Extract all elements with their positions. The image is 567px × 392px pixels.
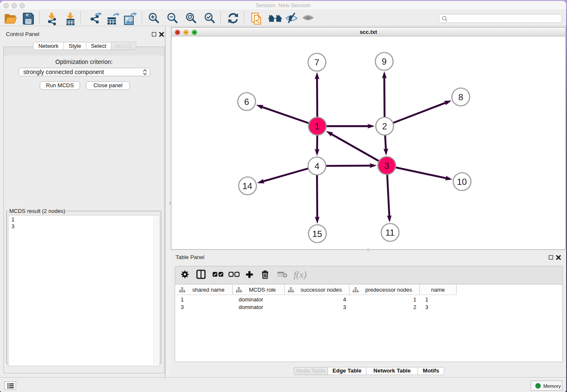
svg-text:f(x): f(x) (294, 269, 307, 280)
